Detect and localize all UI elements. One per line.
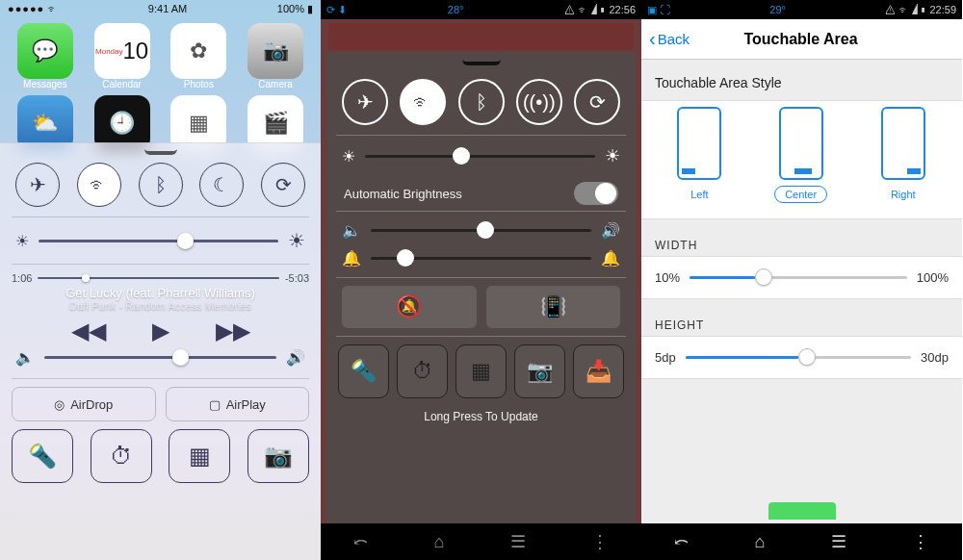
shortcut-row: 🔦⏱▦📷 [12,429,309,483]
calculator-shortcut[interactable]: ▦ [455,344,507,398]
hotspot-toggle[interactable]: ((•)) [516,79,562,125]
height-max: 30dp [921,350,949,365]
ringer-slider[interactable]: 🔔 🔔 [336,249,626,277]
width-slider[interactable]: 10% 100% [641,256,962,299]
control-panel: ✈︎ᯤᛒ((•))⟳ ☀︎ ☀︎ Automatic Brightness 🔈 … [326,52,636,523]
airdrop-button[interactable]: ◎AirDrop [12,387,156,421]
battery: 100% ▮ [277,3,313,15]
search-bar[interactable] [328,23,634,50]
auto-brightness-toggle[interactable] [574,182,618,205]
app-photos[interactable]: ✿Photos [164,23,235,89]
touchable-preview [768,502,836,520]
style-option-left[interactable]: Left [677,107,721,203]
wifi-toggle[interactable]: ᯤ [400,79,446,125]
timer-shortcut[interactable]: ⏱ [397,344,448,398]
flashlight-shortcut[interactable]: 🔦 [338,344,389,398]
vibrate-icon: 📳 [540,294,566,319]
control-center: ✈︎ᯤᛒ☾⟳ ☀︎ ☀︎ 1:06 -5:03 Get Lucky (feat.… [0,142,321,560]
clock: 9:41 AM [148,3,187,14]
wifi-toggle[interactable]: ᯤ [77,163,121,207]
elapsed-time: 1:06 [12,272,32,284]
width-label: WIDTH [641,219,962,256]
brightness-high-icon: ☀︎ [605,145,620,166]
width-max: 100% [917,270,949,285]
airplane-toggle[interactable]: ✈︎ [15,163,60,207]
back-button[interactable]: ⤺ [674,531,689,552]
brightness-slider[interactable]: ☀︎ ☀︎ [12,225,309,256]
hint-text: Long Press To Update [336,406,626,427]
volume-low-icon: 🔈 [342,221,361,240]
nav-bar: ⤺ ⌂ ☰ ⋮ [641,523,962,560]
style-options: LeftCenterRight [641,100,962,219]
brightness-high-icon: ☀︎ [288,229,305,252]
ringer-low-icon: 🔔 [342,249,361,267]
style-option-right[interactable]: Right [880,107,926,203]
ringer-high-icon: 🔔 [601,249,620,267]
status-bar: ⟳ ⬇ 28° ⚠ ᯤ ◢ ▮ 22:56 [321,0,641,19]
now-playing: Get Lucky (feat. Pharrell Williams) Daft… [12,286,309,312]
page-title: Touchable Area [697,31,962,48]
settings-screenshot: ▣ ⛶ 29° ⚠ ᯤ ◢ ▮ 22:59 ‹Back Touchable Ar… [641,0,962,560]
toggle-row: ✈︎ᯤᛒ((•))⟳ [336,75,626,135]
back-button[interactable]: ⤺ [353,531,368,552]
volume-high-icon: 🔊 [286,348,305,367]
auto-brightness-label: Automatic Brightness [344,187,462,201]
camera-shortcut[interactable]: 📷 [514,344,565,398]
wifi-icon: ᯤ [47,3,58,14]
style-option-center[interactable]: Center [774,107,827,203]
vibrate-mode-button[interactable]: 📳 [486,286,621,328]
app-camera[interactable]: 📷Camera [240,23,311,89]
brightness-low-icon: ☀︎ [15,232,29,250]
style-section-label: Touchable Area Style [641,60,962,100]
airplay-button[interactable]: ▢AirPlay [166,387,310,421]
rotation-lock-toggle[interactable]: ⟳ [261,163,305,207]
width-min: 10% [655,270,680,285]
calculator-shortcut[interactable]: ▦ [169,429,230,483]
toggle-row: ✈︎ᯤᛒ☾⟳ [12,161,309,209]
height-min: 5dp [655,350,676,365]
brightness-low-icon: ☀︎ [342,147,355,165]
airdrop-icon: ◎ [54,397,65,412]
brightness-slider[interactable]: ☀︎ ☀︎ [336,136,626,176]
flashlight-shortcut[interactable]: 🔦 [12,429,73,483]
height-label: HEIGHT [641,299,962,336]
airplane-toggle[interactable]: ✈︎ [342,79,388,125]
app-calendar[interactable]: Monday10Calendar [87,23,158,89]
volume-low-icon: 🔈 [15,348,35,367]
home-button[interactable]: ⌂ [433,532,444,552]
prev-track-button[interactable]: ◀◀ [71,318,106,344]
menu-button[interactable]: ⋮ [912,531,929,552]
volume-high-icon: 🔊 [601,221,620,240]
airplay-icon: ▢ [209,397,221,412]
home-button[interactable]: ⌂ [754,532,765,552]
recents-button[interactable]: ☰ [510,531,526,552]
rotation-lock-toggle[interactable]: ⟳ [574,79,620,125]
back-button[interactable]: ‹Back [641,28,697,50]
bell-off-icon: 🔕 [396,294,422,319]
timer-shortcut[interactable]: ⏱ [91,429,152,483]
bluetooth-toggle[interactable]: ᛒ [139,163,183,207]
play-button[interactable]: ▶ [152,318,169,344]
scrubber[interactable]: 1:06 -5:03 [12,272,309,284]
ios-screenshot: ●●●●● ᯤ 9:41 AM 100% ▮ 💬MessagesMonday10… [0,0,321,560]
grabber-icon[interactable] [462,60,501,65]
menu-button[interactable]: ⋮ [591,531,609,552]
silent-mode-button[interactable]: 🔕 [342,286,477,328]
volume-slider[interactable]: 🔈 🔊 [12,344,309,370]
dnd-toggle[interactable]: ☾ [199,163,244,207]
shortcut-row: 🔦⏱▦📷📥 [336,337,626,406]
camera-shortcut[interactable]: 📷 [247,429,309,483]
chevron-left-icon: ‹ [649,28,656,50]
bluetooth-toggle[interactable]: ᛒ [458,79,505,125]
grabber-icon[interactable] [144,149,177,155]
inbox-shortcut[interactable]: 📥 [573,344,624,398]
volume-slider[interactable]: 🔈 🔊 [336,212,626,249]
next-track-button[interactable]: ▶▶ [216,318,250,344]
height-slider[interactable]: 5dp 30dp [641,336,962,379]
android-cc-screenshot: ⟳ ⬇ 28° ⚠ ᯤ ◢ ▮ 22:56 ✈︎ᯤᛒ((•))⟳ ☀︎ ☀︎ A… [321,0,641,560]
app-messages[interactable]: 💬Messages [10,23,81,89]
status-bar: ▣ ⛶ 29° ⚠ ᯤ ◢ ▮ 22:59 [641,0,962,19]
status-bar: ●●●●● ᯤ 9:41 AM 100% ▮ [0,0,321,17]
recents-button[interactable]: ☰ [831,531,846,552]
remaining-time: -5:03 [285,272,309,284]
